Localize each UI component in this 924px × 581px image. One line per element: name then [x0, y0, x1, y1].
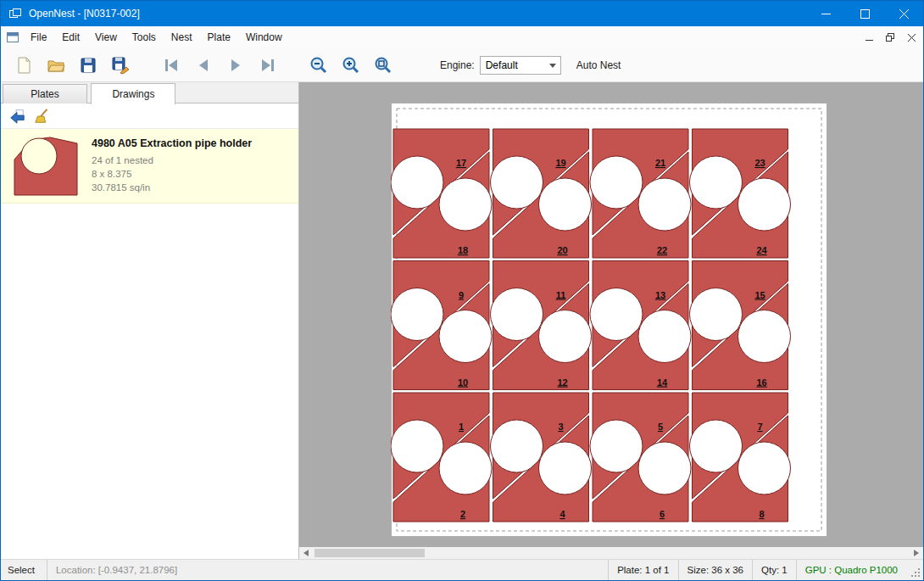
drawings-toolbar [1, 103, 298, 129]
part-number: 4 [559, 509, 565, 519]
location-status: Location: [-0.9437, 21.8796] [47, 565, 186, 575]
minimize-button[interactable] [806, 1, 845, 26]
part-number: 11 [556, 290, 566, 300]
back-arrow-icon [8, 108, 25, 125]
nest-canvas[interactable]: 171819202122232491011121314151612345678 [299, 82, 923, 559]
part-notch [738, 442, 791, 494]
zoom-in-icon [342, 56, 360, 75]
engine-select[interactable]: Default [480, 56, 561, 75]
menu-file[interactable]: File [23, 26, 54, 48]
plate-size-status: Size: 36 x 36 [679, 565, 752, 575]
part-number: 7 [757, 422, 762, 432]
menu-edit[interactable]: Edit [54, 26, 87, 48]
part-number: 15 [754, 290, 765, 300]
save-as-button[interactable] [108, 53, 133, 78]
mdi-minimize-button[interactable] [860, 30, 878, 45]
mdi-close-button[interactable] [902, 30, 921, 45]
scroll-right-icon [914, 550, 919, 556]
sidebar-tabstrip: Plates Drawings [1, 82, 298, 103]
plate-status: Plate: 1 of 1 [609, 565, 677, 575]
drawing-nested-count: 24 of 1 nested [92, 154, 252, 167]
maximize-button[interactable] [845, 1, 884, 26]
new-button[interactable] [11, 53, 36, 78]
scroll-left-button[interactable] [299, 547, 313, 559]
resize-grip[interactable] [910, 567, 921, 578]
gpu-status: GPU : Quadro P1000 [797, 565, 906, 575]
next-plate-button[interactable] [223, 53, 248, 78]
part-number: 14 [657, 377, 668, 388]
part-number: 22 [657, 245, 667, 255]
part-number: 24 [756, 245, 767, 255]
drawing-list-item[interactable]: 4980 A05 Extraction pipe holder 24 of 1 … [1, 129, 298, 204]
part-pair: 1314 [590, 261, 691, 390]
mdi-restore-button[interactable] [881, 30, 899, 45]
close-icon [899, 9, 909, 19]
menu-view[interactable]: View [87, 26, 125, 48]
window-title: OpenNest - [N0317-002] [29, 8, 140, 20]
menu-nest[interactable]: Nest [164, 26, 200, 48]
engine-value: Default [486, 59, 518, 71]
save-button[interactable] [75, 53, 101, 78]
close-button[interactable] [884, 1, 923, 26]
part-notch [738, 178, 791, 231]
menu-plate[interactable]: Plate [200, 26, 238, 48]
scrollbar-track[interactable] [313, 547, 910, 559]
first-plate-button[interactable] [159, 53, 184, 78]
part-number: 12 [557, 377, 567, 388]
part-notch [539, 178, 592, 231]
save-icon [79, 56, 97, 75]
part-number: 2 [460, 509, 465, 519]
part-notch [539, 310, 592, 363]
clear-button[interactable] [31, 105, 53, 127]
open-button[interactable] [43, 53, 69, 78]
mode-status: Select [1, 565, 47, 575]
horizontal-scrollbar[interactable] [299, 547, 923, 559]
part-number: 17 [456, 158, 466, 168]
document-window-icon [6, 31, 19, 44]
part-notch [439, 178, 492, 231]
part-notch [638, 442, 691, 494]
part-number: 20 [557, 245, 567, 255]
scroll-right-button[interactable] [910, 547, 923, 559]
return-part-button[interactable] [6, 105, 28, 127]
part-pair: 2324 [690, 129, 791, 258]
mdi-close-icon [908, 34, 916, 42]
part-notch [439, 442, 492, 494]
scrollbar-thumb[interactable] [314, 549, 425, 557]
mdi-minimize-icon [866, 34, 873, 42]
tab-plates[interactable]: Plates [3, 84, 87, 103]
part-number: 8 [759, 509, 764, 519]
maximize-icon [860, 9, 870, 19]
menu-window[interactable]: Window [238, 26, 290, 48]
last-plate-button[interactable] [255, 53, 281, 78]
menu-bar: File Edit View Tools Nest Plate Window [1, 26, 923, 48]
part-number: 21 [655, 158, 665, 168]
part-pair: 1112 [491, 261, 592, 390]
main-toolbar: Engine: Default Auto Nest [1, 48, 923, 82]
part-number: 3 [558, 422, 563, 432]
part-pair: 2122 [590, 129, 691, 258]
part-number: 23 [754, 158, 765, 168]
part-pair: 1920 [491, 129, 592, 258]
tab-drawings[interactable]: Drawings [91, 83, 175, 104]
nav-first-icon [161, 56, 181, 75]
part-notch [439, 310, 492, 363]
zoom-in-button[interactable] [338, 53, 364, 78]
app-icon [8, 7, 22, 20]
auto-nest-button[interactable]: Auto Nest [576, 59, 621, 71]
menu-tools[interactable]: Tools [125, 26, 164, 48]
part-number: 19 [555, 158, 565, 168]
zoom-fit-button[interactable] [370, 53, 396, 78]
previous-plate-button[interactable] [191, 53, 216, 78]
quantity-status: Qty: 1 [753, 565, 796, 575]
status-bar: Select Location: [-0.9437, 21.8796] Plat… [1, 559, 923, 580]
new-file-icon [14, 56, 33, 75]
open-folder-icon [47, 56, 65, 75]
zoom-out-button[interactable] [306, 53, 331, 78]
part-notch [638, 178, 691, 231]
part-pair: 910 [391, 261, 492, 390]
save-edit-icon [111, 56, 130, 75]
chevron-down-icon [549, 64, 556, 68]
drawing-title: 4980 A05 Extraction pipe holder [92, 137, 252, 149]
part-pair: 12 [391, 393, 492, 522]
